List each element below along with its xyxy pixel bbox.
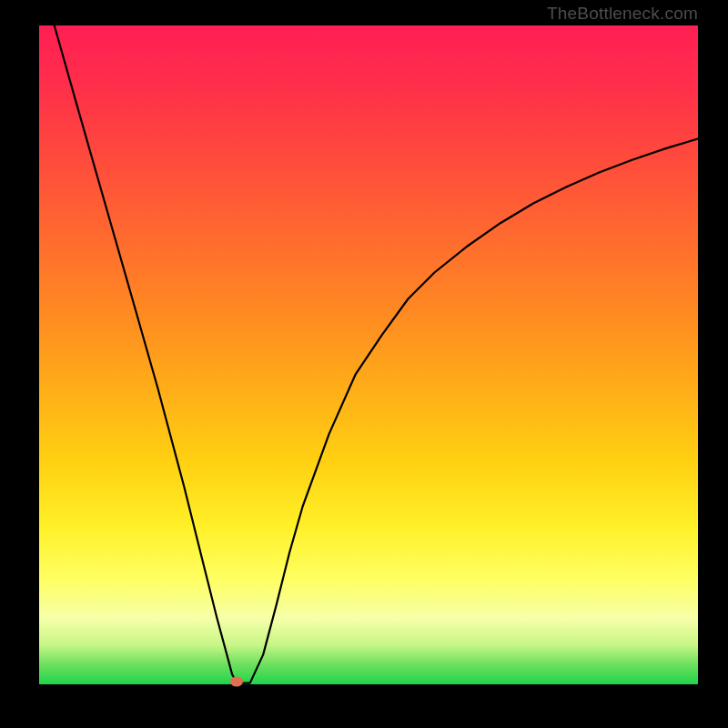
optimum-marker — [230, 677, 243, 687]
watermark-text: TheBottleneck.com — [547, 4, 698, 24]
chart-frame: TheBottleneck.com — [0, 0, 728, 728]
plot-area — [39, 25, 698, 684]
bottleneck-curve — [55, 25, 698, 683]
chart-svg — [39, 25, 698, 684]
